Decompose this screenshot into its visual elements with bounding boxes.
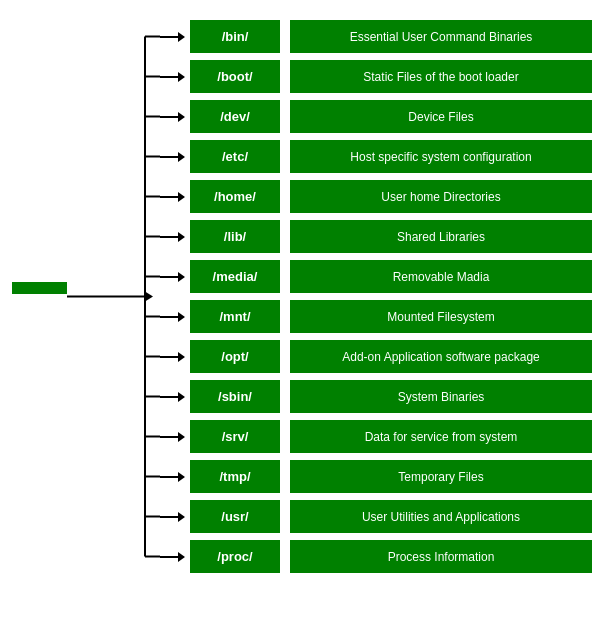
desc-label: User Utilities and Applications — [290, 500, 592, 533]
arrow-connector — [160, 312, 190, 322]
arrow-connector — [160, 432, 190, 442]
table-row: /home/User home Directories — [160, 178, 592, 215]
dir-label: /etc/ — [190, 140, 280, 173]
arrow-connector — [160, 552, 190, 562]
arrow-connector — [160, 32, 190, 42]
table-row: /proc/Process Information — [160, 538, 592, 575]
table-row: /bin/Essential User Command Binaries — [160, 18, 592, 55]
arrow-connector — [160, 192, 190, 202]
desc-label: Host specific system configuration — [290, 140, 592, 173]
table-row: /sbin/System Binaries — [160, 378, 592, 415]
desc-label: Device Files — [290, 100, 592, 133]
table-row: /srv/Data for service from system — [160, 418, 592, 455]
dir-label: /media/ — [190, 260, 280, 293]
dir-label: /tmp/ — [190, 460, 280, 493]
desc-label: Process Information — [290, 540, 592, 573]
table-row: /usr/User Utilities and Applications — [160, 498, 592, 535]
diagram: /bin/Essential User Command Binaries/boo… — [0, 0, 602, 593]
arrow-connector — [160, 112, 190, 122]
dir-label: /proc/ — [190, 540, 280, 573]
desc-label: User home Directories — [290, 180, 592, 213]
table-row: /opt/Add-on Application software package — [160, 338, 592, 375]
dir-label: /dev/ — [190, 100, 280, 133]
root-box — [12, 282, 67, 312]
table-row: /tmp/Temporary Files — [160, 458, 592, 495]
table-row: /boot/Static Files of the boot loader — [160, 58, 592, 95]
desc-label: Temporary Files — [290, 460, 592, 493]
desc-label: Removable Madia — [290, 260, 592, 293]
dir-label: /lib/ — [190, 220, 280, 253]
arrow-connector — [160, 392, 190, 402]
desc-label: Shared Libraries — [290, 220, 592, 253]
dir-label: /boot/ — [190, 60, 280, 93]
rows-container: /bin/Essential User Command Binaries/boo… — [160, 10, 592, 583]
desc-label: Add-on Application software package — [290, 340, 592, 373]
table-row: /dev/Device Files — [160, 98, 592, 135]
table-row: /mnt/Mounted Filesystem — [160, 298, 592, 335]
dir-label: /bin/ — [190, 20, 280, 53]
table-row: /lib/Shared Libraries — [160, 218, 592, 255]
arrow-connector — [160, 72, 190, 82]
arrow-connector — [160, 472, 190, 482]
dir-label: /mnt/ — [190, 300, 280, 333]
dir-label: /home/ — [190, 180, 280, 213]
desc-label: System Binaries — [290, 380, 592, 413]
arrow-connector — [160, 152, 190, 162]
desc-label: Static Files of the boot loader — [290, 60, 592, 93]
svg-marker-2 — [145, 292, 153, 302]
dir-label: /sbin/ — [190, 380, 280, 413]
arrow-connector — [160, 232, 190, 242]
dir-label: /usr/ — [190, 500, 280, 533]
arrow-connector — [160, 352, 190, 362]
desc-label: Essential User Command Binaries — [290, 20, 592, 53]
dir-label: /opt/ — [190, 340, 280, 373]
desc-label: Data for service from system — [290, 420, 592, 453]
table-row: /media/Removable Madia — [160, 258, 592, 295]
dir-label: /srv/ — [190, 420, 280, 453]
root-label — [12, 282, 67, 294]
desc-label: Mounted Filesystem — [290, 300, 592, 333]
arrow-connector — [160, 512, 190, 522]
table-row: /etc/Host specific system configuration — [160, 138, 592, 175]
arrow-connector — [160, 272, 190, 282]
